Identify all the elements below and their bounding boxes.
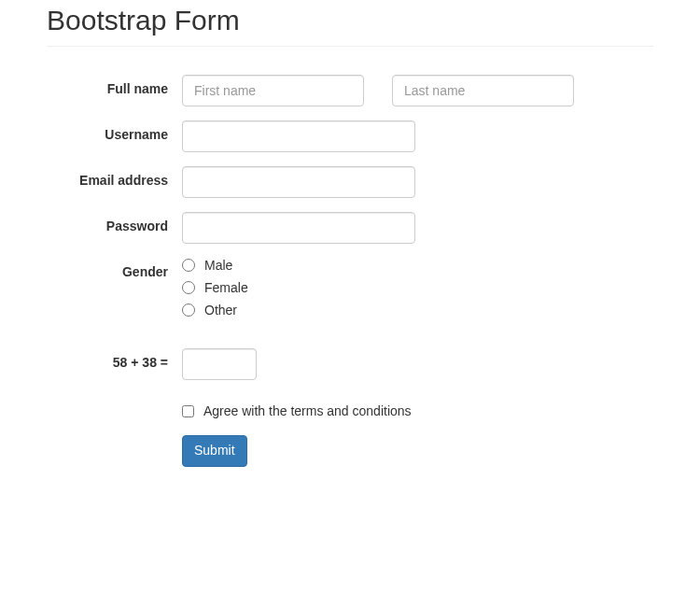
gender-option-other[interactable]: Other [182,303,248,318]
fullname-inputs [182,75,574,106]
radio-male[interactable] [182,259,195,272]
gender-option-female[interactable]: Female [182,280,248,295]
fullname-label: Full name [47,75,182,96]
password-input-wrap [182,212,415,244]
row-password: Password [47,212,653,244]
last-name-input[interactable] [392,75,574,106]
row-fullname: Full name [47,75,653,106]
submit-button[interactable]: Submit [182,435,247,467]
first-name-input[interactable] [182,75,364,106]
divider [47,46,653,47]
row-username: Username [47,120,653,152]
gender-option-male[interactable]: Male [182,258,248,273]
captcha-input-wrap [182,348,257,380]
row-gender: Gender Male Female Other [47,258,653,325]
username-label: Username [47,120,182,142]
username-input[interactable] [182,120,415,152]
email-input[interactable] [182,166,415,198]
terms-checkbox-row[interactable]: Agree with the terms and conditions [182,403,653,418]
radio-other-label: Other [204,303,237,318]
password-input[interactable] [182,212,415,244]
password-label: Password [47,212,182,233]
row-email: Email address [47,166,653,198]
email-input-wrap [182,166,415,198]
captcha-input[interactable] [182,348,257,380]
submit-row: Submit [182,435,653,467]
page-title: Bootstrap Form [47,5,653,36]
radio-other[interactable] [182,304,195,317]
email-label: Email address [47,166,182,188]
terms-label: Agree with the terms and conditions [203,403,412,418]
radio-female[interactable] [182,281,195,294]
gender-radio-group: Male Female Other [182,258,248,325]
row-captcha: 58 + 38 = [47,348,653,380]
username-input-wrap [182,120,415,152]
radio-female-label: Female [204,280,248,295]
gender-label: Gender [47,258,182,279]
radio-male-label: Male [204,258,232,273]
terms-checkbox[interactable] [182,405,194,417]
captcha-label: 58 + 38 = [47,348,182,370]
